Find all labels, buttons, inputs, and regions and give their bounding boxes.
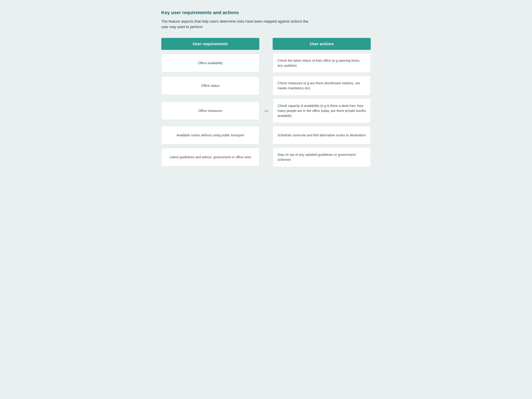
- col-header-requirements: User requirements: [161, 38, 259, 50]
- action-cell: Schedule commute and find alternative ro…: [273, 126, 371, 144]
- table-row: Office measures→Check capacity & availab…: [161, 98, 371, 123]
- page-title: Key user requirements and actions: [161, 10, 371, 15]
- table-row: Available routes without using public tr…: [161, 126, 371, 144]
- table-row: Office availabilityCheck the latest stat…: [161, 53, 371, 73]
- requirement-cell: Available routes without using public tr…: [161, 126, 259, 144]
- requirement-cell: Latest guidelines and advice, government…: [161, 148, 259, 166]
- requirements-table: User requirements User actions Office av…: [161, 38, 371, 170]
- col-header-actions: User actions: [273, 38, 371, 50]
- action-cell: Check measures (e.g are there disinfecta…: [273, 76, 371, 95]
- page-description: The feature aspects that help users dete…: [161, 19, 311, 30]
- main-container: Key user requirements and actions The fe…: [161, 10, 371, 170]
- table-row: Latest guidelines and advice, government…: [161, 147, 371, 167]
- requirement-cell: Office availability: [161, 54, 259, 72]
- table-row: Office statusCheck measures (e.g are the…: [161, 76, 371, 95]
- action-cell: Check the latest status of their office …: [273, 53, 371, 73]
- header-spacer: [259, 38, 273, 50]
- table-body: Office availabilityCheck the latest stat…: [161, 53, 371, 170]
- requirement-cell: Office measures: [161, 101, 259, 120]
- arrow-cell: →: [259, 107, 273, 114]
- action-cell: Check capacity & availability (e.g is th…: [273, 98, 371, 123]
- table-header-row: User requirements User actions: [161, 38, 371, 50]
- action-cell: Stay on top of any updated guidelines or…: [273, 147, 371, 167]
- requirement-cell: Office status: [161, 76, 259, 95]
